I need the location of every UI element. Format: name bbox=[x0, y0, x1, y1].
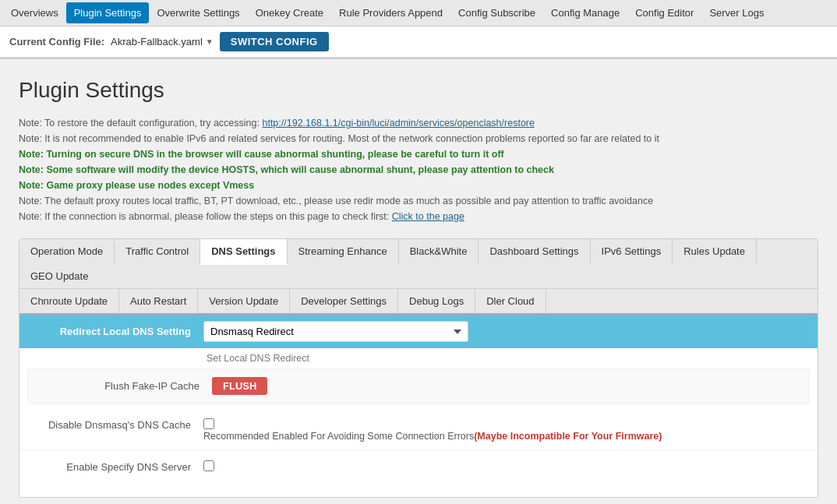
tab-row-2: Chnroute Update Auto Restart Version Upd… bbox=[19, 289, 818, 315]
flush-button[interactable]: FLUSH bbox=[212, 377, 267, 395]
chevron-down-icon: ▼ bbox=[206, 37, 214, 46]
tab-ipv6-settings[interactable]: IPv6 Settings bbox=[591, 239, 673, 264]
disable-dnsmasq-value: Recommended Enabled For Avoiding Some Co… bbox=[203, 416, 662, 442]
note-4: Note: Some software will modify the devi… bbox=[19, 162, 818, 178]
note-7: Note: If the connection is abnormal, ple… bbox=[19, 209, 818, 224]
nav-item-overviews[interactable]: Overviews bbox=[3, 2, 66, 23]
nav-item-overwrite-settings[interactable]: Overwrite Settings bbox=[149, 2, 247, 23]
redirect-dns-row: Redirect Local DNS Setting Dnsmasq Redir… bbox=[19, 315, 818, 348]
flush-fake-ip-row: Flush Fake-IP Cache FLUSH bbox=[27, 368, 810, 404]
nav-item-config-subscribe[interactable]: Config Subscribe bbox=[450, 2, 543, 23]
settings-panel: Operation Mode Traffic Control DNS Setti… bbox=[19, 238, 818, 498]
page-title: Plugin Settings bbox=[19, 78, 818, 103]
tab-chnroute-update[interactable]: Chnroute Update bbox=[19, 289, 119, 313]
top-nav: Overviews Plugin Settings Overwrite Sett… bbox=[0, 0, 837, 26]
tab-streaming-enhance[interactable]: Streaming Enhance bbox=[288, 239, 399, 264]
set-local-dns-value: Set Local DNS Redirect bbox=[207, 353, 309, 364]
note-1: Note: To restore the default configurati… bbox=[19, 115, 818, 131]
note-5: Note: Game proxy please use nodes except… bbox=[19, 178, 818, 193]
notes-area: Note: To restore the default configurati… bbox=[19, 115, 818, 224]
page-link[interactable]: Click to the page bbox=[392, 211, 464, 222]
tab-debug-logs[interactable]: Debug Logs bbox=[398, 289, 475, 313]
flush-fake-ip-label: Flush Fake-IP Cache bbox=[41, 377, 212, 392]
redirect-dns-select[interactable]: Dnsmasq RedirectOther Option 1Other Opti… bbox=[203, 321, 468, 342]
tab-operation-mode[interactable]: Operation Mode bbox=[19, 239, 115, 264]
disable-dnsmasq-warning: (Maybe Incompatible For Your Firmware) bbox=[474, 431, 662, 442]
tab-dler-cloud[interactable]: Dler Cloud bbox=[475, 289, 546, 313]
disable-dnsmasq-row: Disable Dnsmasq's DNS Cache Recommended … bbox=[19, 408, 818, 450]
nav-item-server-logs[interactable]: Server Logs bbox=[701, 2, 772, 23]
config-file-dropdown[interactable]: Akrab-Fallback.yaml ▼ bbox=[111, 36, 214, 48]
redirect-dns-select-wrapper: Dnsmasq RedirectOther Option 1Other Opti… bbox=[203, 321, 468, 342]
set-local-dns-row: Set Local DNS Redirect bbox=[19, 348, 818, 368]
tab-auto-restart[interactable]: Auto Restart bbox=[119, 289, 198, 313]
tab-black-white[interactable]: Black&White bbox=[399, 239, 479, 264]
nav-item-config-editor[interactable]: Config Editor bbox=[627, 2, 701, 23]
tab-rules-update[interactable]: Rules Update bbox=[673, 239, 757, 264]
tab-developer-settings[interactable]: Developer Settings bbox=[290, 289, 398, 313]
redirect-dns-label: Redirect Local DNS Setting bbox=[32, 326, 203, 337]
note-2: Note: It is not recommended to enable IP… bbox=[19, 131, 818, 146]
nav-item-plugin-settings[interactable]: Plugin Settings bbox=[66, 2, 150, 23]
tab-row-1: Operation Mode Traffic Control DNS Setti… bbox=[19, 239, 818, 289]
tab-version-update[interactable]: Version Update bbox=[198, 289, 290, 313]
tab-traffic-control[interactable]: Traffic Control bbox=[115, 239, 200, 264]
enable-specify-dns-label: Enable Specify DNS Server bbox=[32, 458, 203, 473]
note-6: Note: The default proxy routes local tra… bbox=[19, 193, 818, 209]
switch-config-button[interactable]: SWITCH CONFIG bbox=[220, 32, 329, 51]
config-file-name: Akrab-Fallback.yaml bbox=[111, 36, 203, 48]
nav-item-rule-providers[interactable]: Rule Providers Append bbox=[331, 2, 450, 23]
form-area: Redirect Local DNS Setting Dnsmasq Redir… bbox=[19, 315, 818, 497]
enable-specify-dns-row: Enable Specify DNS Server bbox=[19, 450, 818, 481]
config-file-label: Current Config File: bbox=[9, 36, 104, 48]
nav-item-config-manage[interactable]: Config Manage bbox=[543, 2, 627, 23]
restore-link[interactable]: http://192.168.1.1/cgi-bin/luci/admin/se… bbox=[262, 118, 535, 129]
nav-item-onekey-create[interactable]: Onekey Create bbox=[248, 2, 331, 23]
disable-dnsmasq-checkbox[interactable] bbox=[203, 418, 214, 429]
tab-geo-update[interactable]: GEO Update bbox=[19, 264, 99, 288]
flush-fake-ip-value: FLUSH bbox=[212, 377, 796, 395]
config-bar: Current Config File: Akrab-Fallback.yaml… bbox=[0, 26, 837, 58]
note-3: Note: Turning on secure DNS in the brows… bbox=[19, 146, 818, 162]
tab-dashboard-settings[interactable]: Dashboard Settings bbox=[479, 239, 590, 264]
disable-dnsmasq-label: Disable Dnsmasq's DNS Cache bbox=[32, 416, 203, 431]
disable-dnsmasq-note: Recommended Enabled For Avoiding Some Co… bbox=[203, 431, 662, 442]
main-content: Plugin Settings Note: To restore the def… bbox=[0, 59, 837, 504]
tab-dns-settings[interactable]: DNS Settings bbox=[200, 239, 287, 265]
enable-specify-dns-checkbox[interactable] bbox=[203, 460, 214, 471]
enable-specify-dns-value bbox=[203, 458, 805, 474]
